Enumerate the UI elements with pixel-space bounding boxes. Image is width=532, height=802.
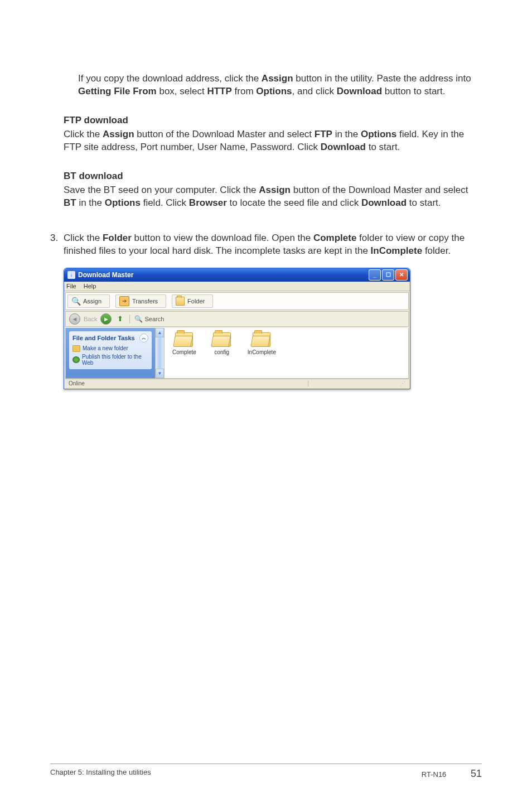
heading-bt-download: BT download <box>64 171 482 182</box>
step-text: Click the Folder button to view the down… <box>64 232 482 258</box>
assign-button[interactable]: 🔍 Assign <box>67 294 110 308</box>
term-assign: Assign <box>103 129 134 139</box>
term-options: Options <box>105 197 141 208</box>
back-button[interactable]: ◄ <box>69 313 80 325</box>
link-label: Publish this folder to the Web <box>82 354 148 366</box>
search-button[interactable]: 🔍 Search <box>134 315 164 323</box>
body-area: File and Folder Tasks ︽ Make a new folde… <box>65 328 409 379</box>
term-download: Download <box>337 86 382 96</box>
paragraph-ftp: Click the Assign button of the Download … <box>64 128 482 154</box>
text: button to view the download file. Open t… <box>132 233 313 243</box>
close-button[interactable]: ✕ <box>395 269 408 281</box>
download-master-window: ↓ Download Master _ ☐ ✕ File Help 🔍 Assi… <box>64 268 410 389</box>
make-new-folder-link[interactable]: Make a new folder <box>72 345 148 352</box>
folder-icon <box>213 332 231 347</box>
paragraph-bt: Save the BT seed on your computer. Click… <box>64 184 482 210</box>
term-bt: BT <box>64 197 76 208</box>
maximize-button[interactable]: ☐ <box>382 269 394 281</box>
text: button of the Download Master and select <box>291 185 468 195</box>
globe-icon <box>72 356 80 363</box>
scroll-thumb[interactable] <box>156 337 164 369</box>
folder-icon <box>253 332 270 347</box>
menu-file[interactable]: File <box>66 283 76 289</box>
scroll-up-icon[interactable]: ▲ <box>156 328 164 337</box>
term-ftp: FTP <box>315 129 332 139</box>
up-button[interactable]: ⬆ <box>115 314 125 324</box>
text: , and click <box>292 86 337 96</box>
footer-chapter: Chapter 5: Installing the utilities <box>50 768 422 780</box>
page-footer: Chapter 5: Installing the utilities RT-N… <box>50 768 482 780</box>
forward-button[interactable]: ► <box>100 313 112 325</box>
text: to locate the seed file and click <box>227 197 361 208</box>
text: button in the utility. Paste the address… <box>293 73 471 84</box>
search-icon: 🔍 <box>134 315 143 323</box>
term-options: Options <box>361 129 396 139</box>
paragraph-assign-http: If you copy the download address, click … <box>78 73 482 98</box>
term-options: Options <box>256 86 292 96</box>
transfers-icon: ➔ <box>119 296 129 306</box>
folder-label: Folder <box>187 298 205 305</box>
text: Save the BT seed on your computer. Click… <box>64 185 259 195</box>
term-browser: Browser <box>189 197 227 208</box>
folder-icon <box>175 332 193 347</box>
separator <box>129 315 130 323</box>
folder-incomplete[interactable]: InComplete <box>248 332 276 374</box>
new-folder-icon <box>72 345 80 352</box>
text: button of the Download Master and select <box>134 129 315 139</box>
resize-grip-icon[interactable]: ⋰ <box>398 380 405 386</box>
term-download: Download <box>361 197 407 208</box>
status-cell <box>308 380 398 386</box>
section-bt: BT download Save the BT seed on your com… <box>64 171 482 210</box>
folder-complete[interactable]: Complete <box>172 332 196 374</box>
term-http: HTTP <box>207 86 231 96</box>
assign-icon: 🔍 <box>71 297 80 306</box>
window-title: Download Master <box>78 271 369 279</box>
link-label: Make a new folder <box>83 345 128 351</box>
text: from <box>232 86 256 96</box>
status-text: Online <box>69 380 85 386</box>
text: in the <box>76 197 105 208</box>
term-getting-file-from: Getting File From <box>78 86 157 96</box>
text: box, select <box>157 86 207 96</box>
app-icon: ↓ <box>67 271 75 279</box>
chevron-up-icon: ︽ <box>139 334 148 342</box>
text: to start. <box>366 142 400 152</box>
step-number: 3. <box>50 232 64 258</box>
window-buttons: _ ☐ ✕ <box>369 269 408 281</box>
folder-label: config <box>214 349 229 355</box>
footer-product: RT-N16 <box>422 770 447 779</box>
transfers-button[interactable]: ➔ Transfers <box>115 294 166 308</box>
text: Click the <box>64 233 103 243</box>
scroll-down-icon[interactable]: ▼ <box>156 369 164 378</box>
term-assign: Assign <box>262 73 293 84</box>
folder-label: Complete <box>172 349 196 355</box>
menu-bar: File Help <box>64 282 410 291</box>
text: field. Click <box>141 197 189 208</box>
minimize-button[interactable]: _ <box>369 269 381 281</box>
term-download: Download <box>321 142 366 152</box>
side-card-heading[interactable]: File and Folder Tasks ︽ <box>72 334 148 344</box>
menu-help[interactable]: Help <box>84 283 96 289</box>
titlebar[interactable]: ↓ Download Master _ ☐ ✕ <box>64 268 410 282</box>
search-label: Search <box>144 316 164 322</box>
heading-ftp-download: FTP download <box>64 115 482 126</box>
term-folder: Folder <box>103 233 132 243</box>
step-3: 3. Click the Folder button to view the d… <box>50 232 482 258</box>
footer-page-number: 51 <box>471 768 482 779</box>
text: in the <box>332 129 361 139</box>
transfers-label: Transfers <box>132 298 158 305</box>
footer-right: RT-N16 51 <box>422 768 482 780</box>
scrollbar[interactable]: ▲ ▼ <box>155 328 165 378</box>
folder-config[interactable]: config <box>213 332 231 374</box>
file-area: Complete config InComplete <box>165 328 408 378</box>
footer-divider <box>50 764 482 764</box>
term-assign: Assign <box>259 185 291 195</box>
folder-button[interactable]: Folder <box>172 294 213 308</box>
side-card: File and Folder Tasks ︽ Make a new folde… <box>69 331 152 369</box>
assign-label: Assign <box>83 298 101 305</box>
folder-label: InComplete <box>248 349 276 355</box>
toolbar: 🔍 Assign ➔ Transfers Folder <box>65 292 409 310</box>
publish-folder-link[interactable]: Publish this folder to the Web <box>72 354 148 366</box>
term-complete: Complete <box>313 233 356 243</box>
term-incomplete: InComplete <box>371 245 423 256</box>
